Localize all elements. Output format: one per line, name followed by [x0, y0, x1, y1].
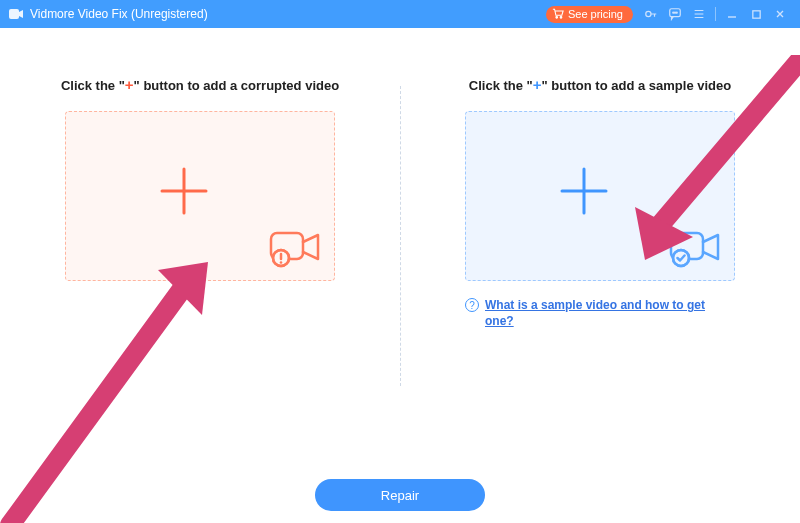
svg-point-2: [560, 16, 562, 18]
corrupted-instruction: Click the "+" button to add a corrupted …: [61, 76, 339, 93]
add-corrupted-video-dropzone[interactable]: [65, 111, 335, 281]
repair-button[interactable]: Repair: [315, 479, 485, 511]
add-sample-video-dropzone[interactable]: [465, 111, 735, 281]
vertical-divider: [400, 86, 401, 386]
sample-help-row: ? What is a sample video and how to get …: [465, 297, 735, 329]
sample-help-link[interactable]: What is a sample video and how to get on…: [485, 297, 735, 329]
svg-point-12: [280, 261, 283, 264]
see-pricing-button[interactable]: See pricing: [546, 6, 633, 23]
camera-check-icon: [668, 226, 724, 272]
svg-point-1: [556, 16, 558, 18]
window-title: Vidmore Video Fix (Unregistered): [30, 7, 208, 21]
minimize-icon[interactable]: [720, 2, 744, 26]
key-icon[interactable]: [639, 2, 663, 26]
plus-glyph-blue: +: [533, 76, 542, 93]
svg-point-3: [646, 11, 651, 16]
svg-point-6: [674, 12, 675, 13]
see-pricing-label: See pricing: [568, 8, 623, 20]
instr-text: " button to add a sample video: [542, 78, 732, 93]
app-logo-icon: [8, 6, 24, 22]
plus-glyph-red: +: [125, 76, 134, 93]
instr-text: Click the ": [61, 78, 125, 93]
svg-point-7: [676, 12, 677, 13]
main-content: Click the "+" button to add a corrupted …: [0, 28, 800, 478]
titlebar: Vidmore Video Fix (Unregistered) See pri…: [0, 0, 800, 28]
maximize-icon[interactable]: [744, 2, 768, 26]
instr-text: Click the ": [469, 78, 533, 93]
svg-point-5: [673, 12, 674, 13]
titlebar-separator: [715, 7, 716, 21]
sample-video-panel: Click the "+" button to add a sample vid…: [400, 76, 800, 478]
corrupted-video-panel: Click the "+" button to add a corrupted …: [0, 76, 400, 478]
footer: Repair: [0, 479, 800, 511]
question-icon: ?: [465, 298, 479, 312]
sample-instruction: Click the "+" button to add a sample vid…: [469, 76, 731, 93]
svg-rect-8: [752, 10, 759, 17]
plus-icon: [152, 159, 216, 227]
plus-icon: [552, 159, 616, 227]
feedback-icon[interactable]: [663, 2, 687, 26]
svg-rect-0: [9, 9, 19, 19]
menu-icon[interactable]: [687, 2, 711, 26]
instr-text: " button to add a corrupted video: [134, 78, 340, 93]
close-icon[interactable]: [768, 2, 792, 26]
cart-icon: [552, 8, 564, 21]
camera-error-icon: [268, 226, 324, 272]
